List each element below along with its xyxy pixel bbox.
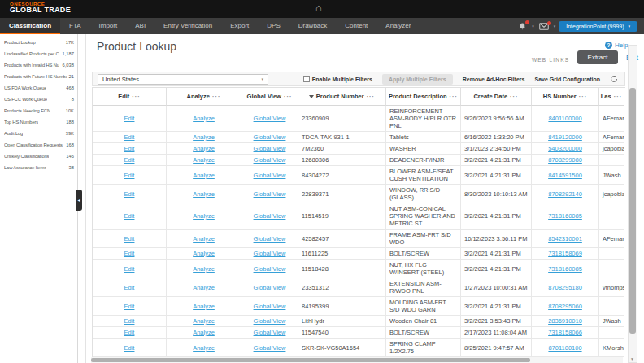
column-menu-icon[interactable]: ··· [450, 93, 459, 100]
nav-tab[interactable]: ABI [126, 18, 154, 34]
hs-number-link[interactable]: 8708295060 [548, 303, 582, 310]
global-view-link[interactable]: Global View [254, 172, 286, 179]
web-links-menu[interactable]: WEB LINKS [532, 57, 569, 63]
sidebar-item[interactable]: US FCC Work Queue 8 [0, 94, 77, 105]
analyze-link[interactable]: Analyze [193, 172, 215, 179]
global-view-link[interactable]: Global View [254, 133, 286, 141]
edit-link[interactable]: Edit [124, 303, 135, 310]
edit-link[interactable]: Edit [124, 172, 135, 179]
nav-tab[interactable]: Drawback [289, 18, 337, 34]
global-view-link[interactable]: Global View [254, 235, 286, 243]
analyze-link[interactable]: Analyze [193, 156, 215, 164]
edit-link[interactable]: Edit [124, 145, 135, 152]
analyze-link[interactable]: Analyze [193, 344, 215, 352]
hs-number-link[interactable]: 8414591500 [548, 172, 582, 179]
edit-link[interactable]: Edit [124, 156, 135, 164]
notifications-caret-icon[interactable]: ▾ [532, 24, 534, 28]
column-header[interactable]: HS Number ··· [532, 88, 599, 106]
country-select[interactable]: United States ▾ [98, 74, 268, 85]
global-view-link[interactable]: Global View [254, 317, 286, 325]
enable-multiple-filters[interactable]: Enable Multiple Filters [303, 76, 372, 82]
refresh-button[interactable] [610, 75, 618, 83]
analyze-link[interactable]: Analyze [193, 190, 215, 198]
edit-link[interactable]: Edit [124, 133, 135, 141]
nav-tab[interactable]: Import [90, 18, 127, 34]
enable-multiple-filters-checkbox[interactable] [303, 76, 310, 82]
column-menu-icon[interactable]: ··· [132, 93, 141, 100]
account-menu-button[interactable]: IntegrationPoint (9999) ▾ [559, 21, 637, 32]
sidebar-item[interactable]: Products Needing ECN 10K [0, 105, 77, 116]
analyze-link[interactable]: Analyze [193, 145, 215, 152]
global-view-link[interactable]: Global View [254, 303, 286, 310]
home-icon[interactable]: ⌂ [315, 2, 322, 13]
column-menu-icon[interactable]: ··· [212, 93, 221, 100]
analyze-link[interactable]: Analyze [193, 284, 215, 291]
sidebar-item[interactable]: Products with Invalid HS Numbers 6,038 [0, 59, 77, 71]
nav-tab[interactable]: Content [336, 18, 376, 34]
edit-link[interactable]: Edit [124, 284, 135, 291]
analyze-link[interactable]: Analyze [193, 133, 215, 141]
hs-number-link[interactable]: 7318160085 [548, 212, 582, 220]
analyze-link[interactable]: Analyze [193, 265, 215, 273]
analyze-link[interactable]: Analyze [193, 303, 215, 310]
nav-tab[interactable]: Export [221, 18, 258, 34]
hs-number-link[interactable]: 7318160085 [548, 265, 582, 273]
hs-number-link[interactable]: 8708295180 [548, 284, 582, 291]
sidebar-item[interactable]: US FDA Work Queue 468 [0, 82, 77, 94]
extract-button[interactable]: Extract [577, 50, 618, 64]
hs-number-link[interactable]: 5403200000 [548, 145, 582, 152]
analyze-link[interactable]: Analyze [193, 115, 215, 122]
nav-tab[interactable]: Analyzer [376, 18, 420, 34]
edit-link[interactable]: Edit [124, 190, 135, 198]
sidebar-item[interactable]: Law Assurance Items 38 [0, 162, 77, 173]
hs-number-link[interactable]: 7318158069 [548, 250, 582, 257]
hs-number-link[interactable]: 8419120000 [548, 133, 582, 141]
save-grid-configuration-button[interactable]: Save Grid Configuration [534, 77, 600, 82]
sidebar-item[interactable]: Unlikely Classifications 146 [0, 151, 77, 162]
nav-tab[interactable]: FTA [60, 18, 90, 34]
column-menu-icon[interactable]: ··· [614, 93, 623, 100]
sidebar-item[interactable]: Products with Future HS Numbers 21 [0, 71, 77, 82]
global-view-link[interactable]: Global View [254, 115, 286, 122]
edit-link[interactable]: Edit [124, 317, 135, 325]
analyze-link[interactable]: Analyze [193, 235, 215, 243]
sidebar-item[interactable]: Unclassified Products per Country 1,187 [0, 48, 77, 59]
sidebar-item[interactable]: Open Classification Requests 168 [0, 139, 77, 151]
messages-button[interactable] [537, 21, 550, 32]
global-view-link[interactable]: Global View [254, 212, 286, 220]
edit-link[interactable]: Edit [124, 265, 135, 273]
analyze-link[interactable]: Analyze [193, 317, 215, 325]
notifications-button[interactable] [516, 20, 529, 33]
column-menu-icon[interactable]: ··· [284, 93, 293, 100]
hs-number-link[interactable]: 8701100100 [548, 344, 581, 352]
nav-tab[interactable]: Entry Verification [154, 18, 221, 34]
global-view-link[interactable]: Global View [254, 156, 286, 164]
hs-number-link[interactable]: 8542310001 [548, 235, 582, 243]
hs-number-link[interactable]: 7318158066 [548, 329, 582, 336]
hs-number-link[interactable]: 8708292140 [548, 190, 582, 198]
edit-link[interactable]: Edit [124, 212, 135, 220]
column-header[interactable]: Create Date ··· [461, 88, 532, 106]
analyze-link[interactable]: Analyze [193, 250, 215, 257]
global-view-link[interactable]: Global View [254, 145, 286, 152]
edit-link[interactable]: Edit [124, 115, 135, 122]
horizontal-scrollbar[interactable] [91, 357, 623, 363]
analyze-link[interactable]: Analyze [193, 329, 215, 336]
vertical-scrollbar-thumb[interactable] [629, 88, 636, 334]
edit-link[interactable]: Edit [124, 250, 135, 257]
nav-tab[interactable]: DPS [258, 18, 289, 34]
global-view-link[interactable]: Global View [254, 284, 286, 291]
horizontal-scrollbar-thumb[interactable] [91, 358, 530, 362]
messages-caret-icon[interactable]: ▾ [554, 24, 556, 28]
nav-tab[interactable]: Classification [0, 18, 60, 34]
column-menu-icon[interactable]: ··· [579, 93, 588, 100]
column-header[interactable]: Global View ··· [242, 88, 298, 106]
global-view-link[interactable]: Global View [254, 265, 286, 273]
edit-link[interactable]: Edit [124, 344, 135, 352]
column-header[interactable]: Las ··· [599, 88, 624, 106]
column-header[interactable]: Product Description ··· [386, 88, 461, 106]
column-header[interactable]: Edit ··· [93, 88, 167, 106]
scroll-down-icon[interactable]: ▼ [630, 356, 634, 361]
column-menu-icon[interactable]: ··· [510, 93, 519, 100]
column-header[interactable]: Product Number ··· [298, 88, 386, 106]
